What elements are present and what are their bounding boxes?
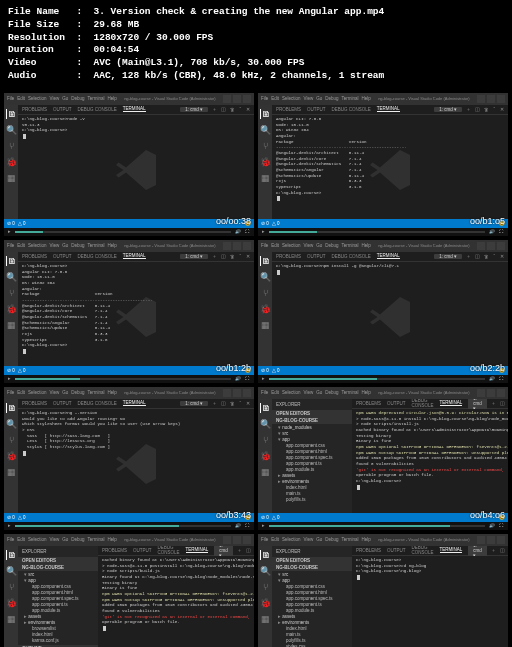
maximize-button[interactable] <box>487 242 495 250</box>
menu-view[interactable]: View <box>304 390 314 395</box>
menu-help[interactable]: Help <box>108 390 117 395</box>
menu-debug[interactable]: Debug <box>325 243 338 248</box>
menu-help[interactable]: Help <box>108 243 117 248</box>
menu-edit[interactable]: Edit <box>271 243 279 248</box>
search-icon[interactable]: 🔍 <box>6 272 16 282</box>
menu-debug[interactable]: Debug <box>71 390 84 395</box>
menu-terminal[interactable]: Terminal <box>342 537 359 542</box>
new-terminal-icon[interactable]: ＋ <box>491 401 496 406</box>
search-icon[interactable]: 🔍 <box>6 419 16 429</box>
menu-selection[interactable]: Selection <box>28 537 47 542</box>
terminal-output[interactable]: npm WARN deprecated circular-json@0.5.9:… <box>352 409 508 513</box>
search-icon[interactable]: 🔍 <box>6 125 16 135</box>
maximize-button[interactable] <box>487 389 495 397</box>
extensions-icon[interactable]: ▦ <box>260 614 270 624</box>
source-control-icon[interactable]: ⑂ <box>6 141 16 151</box>
menu-view[interactable]: View <box>50 96 60 101</box>
menu-help[interactable]: Help <box>108 96 117 101</box>
debug-icon[interactable]: 🐞 <box>260 157 270 167</box>
terminal-output[interactable]: Cached binary found at C:\Users\Administ… <box>98 556 254 647</box>
debug-icon[interactable]: 🐞 <box>260 451 270 461</box>
menu-debug[interactable]: Debug <box>71 96 84 101</box>
play-icon[interactable]: ▸ <box>8 523 11 528</box>
debug-icon[interactable]: 🐞 <box>6 157 16 167</box>
menu-terminal[interactable]: Terminal <box>88 243 105 248</box>
seek-bar[interactable] <box>269 525 485 527</box>
panel-tab-output[interactable]: OUTPUT <box>387 548 406 553</box>
terminal-output[interactable]: C:\ng-blog-course>C:\ng-blog-course>cd n… <box>352 556 508 647</box>
menu-go[interactable]: Go <box>316 537 322 542</box>
seek-bar[interactable] <box>269 378 485 380</box>
menu-file[interactable]: File <box>7 96 14 101</box>
maximize-button[interactable] <box>233 389 241 397</box>
menu-help[interactable]: Help <box>108 537 117 542</box>
panel-tab-output[interactable]: OUTPUT <box>133 548 152 553</box>
menu-debug[interactable]: Debug <box>325 96 338 101</box>
status-problem-0[interactable]: ⊘ 0 <box>7 515 15 520</box>
menu-help[interactable]: Help <box>362 537 371 542</box>
extensions-icon[interactable]: ▦ <box>260 320 270 330</box>
panel-tab-terminal[interactable]: TERMINAL <box>186 547 209 553</box>
source-control-icon[interactable]: ⑂ <box>260 141 270 151</box>
source-control-icon[interactable]: ⑂ <box>260 435 270 445</box>
menu-file[interactable]: File <box>7 537 14 542</box>
menu-edit[interactable]: Edit <box>271 537 279 542</box>
menu-debug[interactable]: Debug <box>325 390 338 395</box>
source-control-icon[interactable]: ⑂ <box>6 288 16 298</box>
menu-terminal[interactable]: Terminal <box>88 96 105 101</box>
menu-file[interactable]: File <box>261 96 268 101</box>
close-button[interactable] <box>497 95 505 103</box>
panel-tab-terminal[interactable]: TERMINAL <box>440 547 463 553</box>
minimize-button[interactable] <box>223 242 231 250</box>
menu-go[interactable]: Go <box>62 537 68 542</box>
fullscreen-icon[interactable]: ⛶ <box>499 523 504 528</box>
close-button[interactable] <box>243 95 251 103</box>
extensions-icon[interactable]: ▦ <box>6 467 16 477</box>
workspace-header[interactable]: NG-BLOG-COURSE <box>272 417 352 424</box>
menu-edit[interactable]: Edit <box>17 390 25 395</box>
maximize-button[interactable] <box>233 536 241 544</box>
menu-view[interactable]: View <box>50 390 60 395</box>
extensions-icon[interactable]: ▦ <box>260 467 270 477</box>
play-icon[interactable]: ▸ <box>8 376 11 381</box>
menu-go[interactable]: Go <box>316 243 322 248</box>
menu-edit[interactable]: Edit <box>17 243 25 248</box>
menu-terminal[interactable]: Terminal <box>88 390 105 395</box>
status-problem-1[interactable]: △ 0 <box>272 515 280 520</box>
maximize-button[interactable] <box>487 95 495 103</box>
file-polyfills.ts[interactable]: polyfills.ts <box>272 497 352 503</box>
files-icon[interactable]: 🗎 <box>6 256 16 266</box>
new-terminal-icon[interactable]: ＋ <box>237 548 242 553</box>
menu-terminal[interactable]: Terminal <box>88 537 105 542</box>
files-icon[interactable]: 🗎 <box>260 550 270 560</box>
seek-bar[interactable] <box>269 231 485 233</box>
status-problem-0[interactable]: ⊘ 0 <box>261 221 269 226</box>
debug-icon[interactable]: 🐞 <box>6 304 16 314</box>
menu-view[interactable]: View <box>50 243 60 248</box>
menu-file[interactable]: File <box>261 243 268 248</box>
workspace-header[interactable]: NG-BLOG-COURSE <box>272 564 352 571</box>
split-terminal-icon[interactable]: ◫ <box>246 548 251 553</box>
close-button[interactable] <box>243 389 251 397</box>
panel-tab-problems[interactable]: PROBLEMS <box>356 548 381 553</box>
open-editors-header[interactable]: OPEN EDITORS <box>272 557 352 564</box>
menu-selection[interactable]: Selection <box>28 243 47 248</box>
debug-icon[interactable]: 🐞 <box>6 598 16 608</box>
menu-help[interactable]: Help <box>362 390 371 395</box>
source-control-icon[interactable]: ⑂ <box>6 582 16 592</box>
menu-terminal[interactable]: Terminal <box>342 390 359 395</box>
menu-file[interactable]: File <box>261 537 268 542</box>
minimize-button[interactable] <box>223 95 231 103</box>
menu-edit[interactable]: Edit <box>271 96 279 101</box>
source-control-icon[interactable]: ⑂ <box>260 288 270 298</box>
close-button[interactable] <box>497 242 505 250</box>
panel-tab-problems[interactable]: PROBLEMS <box>102 548 127 553</box>
status-problem-0[interactable]: ⊘ 0 <box>261 368 269 373</box>
seek-bar[interactable] <box>15 378 231 380</box>
minimize-button[interactable] <box>223 389 231 397</box>
extensions-icon[interactable]: ▦ <box>260 173 270 183</box>
menu-edit[interactable]: Edit <box>271 390 279 395</box>
menu-selection[interactable]: Selection <box>282 537 301 542</box>
files-icon[interactable]: 🗎 <box>6 403 16 413</box>
menu-selection[interactable]: Selection <box>282 243 301 248</box>
